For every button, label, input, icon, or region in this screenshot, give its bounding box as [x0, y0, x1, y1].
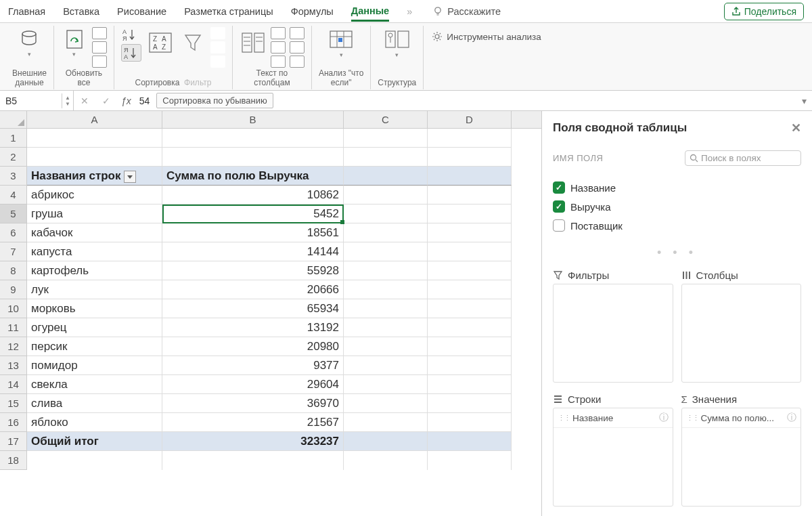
- pivot-row-label[interactable]: картофель: [27, 261, 162, 280]
- analysis-tools-button[interactable]: Инструменты анализа: [430, 27, 543, 46]
- pivot-row-value[interactable]: 13192: [162, 318, 344, 337]
- row-header[interactable]: 13: [0, 356, 27, 375]
- tab-data[interactable]: Данные: [351, 1, 389, 22]
- formula-input[interactable]: 54: [135, 95, 154, 106]
- pivot-row-label[interactable]: кабачок: [27, 223, 162, 242]
- cells-area[interactable]: 1 2 3 Названия строк Сумма по полю Выруч…: [0, 129, 541, 470]
- pivot-row-value[interactable]: 14144: [162, 242, 344, 261]
- cell[interactable]: [428, 375, 512, 394]
- row-header[interactable]: 18: [0, 451, 27, 470]
- values-area[interactable]: ΣЗначения ⋮⋮Сумма по полю...ⓘ: [681, 391, 802, 507]
- cell[interactable]: [344, 356, 428, 375]
- sort-desc-button[interactable]: ЯА: [121, 44, 141, 62]
- row-header[interactable]: 1: [0, 129, 27, 148]
- formula-bar-expand-icon[interactable]: ▾: [796, 95, 812, 106]
- pivot-row-label[interactable]: свекла: [27, 375, 162, 394]
- row-header[interactable]: 10: [0, 299, 27, 318]
- tab-insert[interactable]: Вставка: [63, 2, 99, 21]
- name-box[interactable]: B5: [0, 93, 62, 108]
- structure-button[interactable]: ▾: [381, 27, 413, 58]
- rows-dropzone[interactable]: ⋮⋮Названиеⓘ: [553, 408, 673, 507]
- row-header[interactable]: 9: [0, 280, 27, 299]
- pivot-row-label[interactable]: морковь: [27, 299, 162, 318]
- field-item[interactable]: ✓Выручка: [553, 197, 801, 216]
- tab-formulas[interactable]: Формулы: [291, 2, 334, 21]
- cell[interactable]: [428, 337, 512, 356]
- columns-area[interactable]: Столбцы: [681, 267, 802, 383]
- cell[interactable]: [344, 413, 428, 432]
- pivot-row-value[interactable]: 18561: [162, 223, 344, 242]
- row-header[interactable]: 14: [0, 375, 27, 394]
- checkbox-icon[interactable]: [553, 219, 565, 232]
- pivot-row-label[interactable]: лук: [27, 280, 162, 299]
- field-item[interactable]: Поставщик: [553, 216, 801, 235]
- rows-area[interactable]: Строки ⋮⋮Названиеⓘ: [553, 391, 673, 507]
- col-header-a[interactable]: A: [27, 111, 162, 128]
- more-tabs-icon[interactable]: »: [407, 6, 412, 17]
- cell[interactable]: [344, 205, 428, 223]
- cell[interactable]: [344, 318, 428, 337]
- row-header[interactable]: 12: [0, 337, 27, 356]
- cell[interactable]: [344, 337, 428, 356]
- fx-icon[interactable]: ƒx: [117, 95, 135, 106]
- checkbox-icon[interactable]: ✓: [553, 181, 565, 194]
- row-header[interactable]: 7: [0, 242, 27, 261]
- pivot-row-value[interactable]: 21567: [162, 413, 344, 432]
- cell[interactable]: [344, 186, 428, 205]
- field-item[interactable]: ✓Название: [553, 178, 801, 197]
- connections-small[interactable]: [92, 27, 107, 68]
- pivot-value-header[interactable]: Сумма по полю Выручка: [162, 167, 344, 186]
- cell[interactable]: [428, 205, 512, 223]
- cell[interactable]: [428, 394, 512, 413]
- fx-accept-icon[interactable]: ✓: [95, 95, 117, 106]
- sort-asc-button[interactable]: АЯ: [121, 27, 141, 42]
- row-header[interactable]: 17: [0, 432, 27, 451]
- pivot-row-value[interactable]: 9377: [162, 356, 344, 375]
- row-labels-filter-icon[interactable]: [124, 171, 136, 183]
- panel-close-icon[interactable]: ✕: [791, 121, 801, 135]
- filter-extras[interactable]: [210, 27, 225, 68]
- pivot-row-label[interactable]: огурец: [27, 318, 162, 337]
- pivot-row-label-header[interactable]: Названия строк: [27, 167, 162, 186]
- row-header[interactable]: 16: [0, 413, 27, 432]
- filters-dropzone[interactable]: [553, 284, 673, 383]
- pivot-row-value[interactable]: 20980: [162, 337, 344, 356]
- pivot-row-label[interactable]: помидор: [27, 356, 162, 375]
- cell[interactable]: [428, 413, 512, 432]
- col-header-d[interactable]: D: [428, 111, 512, 128]
- whatif-button[interactable]: ▾: [324, 27, 358, 58]
- filter-button[interactable]: [179, 27, 206, 58]
- cell[interactable]: [428, 223, 512, 242]
- cell[interactable]: [428, 318, 512, 337]
- row-header[interactable]: 2: [0, 148, 27, 167]
- pivot-row-label[interactable]: капуста: [27, 242, 162, 261]
- datatools-small2[interactable]: [290, 27, 304, 68]
- row-header[interactable]: 8: [0, 261, 27, 280]
- tell-me[interactable]: Расскажите: [432, 6, 501, 17]
- tab-home[interactable]: Главная: [8, 2, 45, 21]
- checkbox-icon[interactable]: ✓: [553, 200, 565, 213]
- pivot-row-label[interactable]: персик: [27, 337, 162, 356]
- refresh-all-button[interactable]: ▾: [61, 27, 88, 58]
- row-header[interactable]: 15: [0, 394, 27, 413]
- pivot-row-value[interactable]: 55928: [162, 261, 344, 280]
- values-dropzone[interactable]: ⋮⋮Сумма по полю...ⓘ: [681, 408, 802, 507]
- pivot-row-value[interactable]: 5452: [162, 205, 344, 223]
- name-box-stepper[interactable]: ▲▼: [62, 91, 74, 110]
- cell[interactable]: [428, 186, 512, 205]
- pivot-row-label[interactable]: абрикос: [27, 186, 162, 205]
- select-all-corner[interactable]: [0, 111, 27, 128]
- pivot-row-label[interactable]: яблоко: [27, 413, 162, 432]
- row-header[interactable]: 5: [0, 205, 27, 223]
- columns-dropzone[interactable]: [681, 284, 802, 383]
- cell[interactable]: [344, 261, 428, 280]
- cell[interactable]: [344, 242, 428, 261]
- cell[interactable]: [344, 299, 428, 318]
- cell[interactable]: [428, 261, 512, 280]
- info-icon[interactable]: ⓘ: [787, 412, 796, 424]
- row-header[interactable]: 3: [0, 167, 27, 186]
- area-item[interactable]: ⋮⋮Названиеⓘ: [554, 408, 673, 428]
- pivot-row-value[interactable]: 29604: [162, 375, 344, 394]
- cell[interactable]: [344, 394, 428, 413]
- cell[interactable]: [428, 299, 512, 318]
